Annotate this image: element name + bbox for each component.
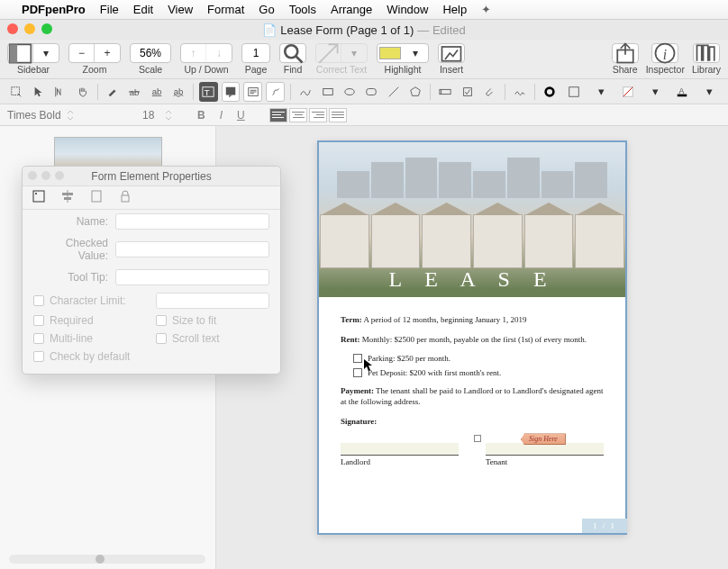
panel-tab-form[interactable] (32, 189, 46, 206)
pointer-tool[interactable] (29, 82, 47, 102)
align-justify[interactable] (329, 108, 347, 122)
zoom-button[interactable] (41, 23, 52, 34)
underline-button[interactable]: U (232, 109, 250, 122)
line-tool[interactable] (385, 82, 403, 102)
sidebar-toggle[interactable]: ▾ (7, 43, 59, 63)
tenant-signature-field[interactable] (486, 443, 604, 456)
sign-here-checkbox[interactable] (474, 435, 481, 442)
minimize-button[interactable] (24, 23, 35, 34)
default-check[interactable] (33, 351, 44, 362)
scale-value[interactable]: 56% (131, 47, 170, 59)
pet-text: Pet Deposit: $200 with first month's ren… (368, 368, 501, 377)
thumb-scrollbar[interactable] (9, 555, 205, 564)
font-size[interactable]: 18 (142, 109, 154, 122)
page-up-button[interactable]: ↑ (181, 44, 206, 62)
share-button[interactable] (613, 44, 638, 62)
chevron-down-icon[interactable]: ▾ (33, 44, 59, 62)
squiggly-tool[interactable]: ab (169, 82, 187, 102)
chevron-down-icon[interactable]: ▾ (403, 44, 428, 62)
shape-circle-icon[interactable] (541, 82, 559, 102)
highlight-tool[interactable] (104, 82, 122, 102)
underline-tool[interactable]: ab (147, 82, 165, 102)
multiline-check[interactable] (33, 333, 44, 344)
required-check[interactable] (33, 315, 44, 326)
chevron-down-icon[interactable]: ▾ (643, 82, 667, 102)
parking-checkbox[interactable] (353, 354, 362, 363)
link-tool[interactable] (266, 82, 285, 102)
charlimit-check[interactable] (33, 295, 44, 306)
zoom-in-button[interactable]: + (95, 44, 120, 62)
polygon-tool[interactable] (406, 82, 424, 102)
svg-line-25 (389, 86, 399, 96)
align-center[interactable] (289, 108, 307, 122)
strike-tool[interactable]: ab (125, 82, 143, 102)
page-down-button[interactable]: ↓ (206, 44, 232, 62)
label-zoom: Zoom (83, 64, 107, 75)
landlord-signature-field[interactable] (341, 443, 459, 456)
charlimit-field[interactable] (156, 293, 269, 309)
panel-zoom[interactable] (55, 171, 64, 180)
sign-here-flag[interactable]: Sign Here (521, 433, 566, 445)
script-menu-icon[interactable]: ✦ (481, 3, 491, 16)
menubar: PDFpenPro File Edit View Format Go Tools… (0, 0, 728, 20)
insert-button[interactable] (439, 44, 464, 62)
panel-close[interactable] (28, 171, 37, 180)
tooltip-field[interactable] (115, 269, 269, 285)
document-view[interactable]: L E A S E Term: A period of 12 months, b… (216, 126, 728, 569)
chevrons-icon[interactable] (163, 110, 174, 121)
checkbox-tool[interactable] (459, 82, 477, 102)
menu-edit[interactable]: Edit (133, 3, 153, 16)
panel-tab-align[interactable] (60, 189, 75, 206)
chevron-down-icon[interactable]: ▾ (697, 82, 721, 102)
correct-text-button[interactable] (316, 44, 341, 62)
text-box-tool[interactable]: T (199, 82, 217, 102)
rect-tool[interactable] (318, 82, 336, 102)
scrolltext-check[interactable] (156, 333, 167, 344)
align-left[interactable] (269, 108, 287, 122)
menu-format[interactable]: Format (207, 3, 244, 16)
menu-help[interactable]: Help (442, 3, 467, 16)
page-field[interactable]: 1 (242, 47, 269, 59)
panel-min[interactable] (41, 171, 50, 180)
name-field[interactable] (115, 213, 269, 230)
chevron-down-icon[interactable]: ▾ (341, 44, 367, 62)
menu-tools[interactable]: Tools (289, 3, 316, 16)
ellipse-tool[interactable] (341, 82, 359, 102)
roundrect-tool[interactable] (362, 82, 380, 102)
menu-arrange[interactable]: Arrange (331, 3, 372, 16)
library-button[interactable] (694, 44, 719, 62)
menu-view[interactable]: View (168, 3, 193, 16)
signature-tool[interactable] (510, 82, 528, 102)
inspector-button[interactable]: i (652, 44, 678, 62)
checkedval-field[interactable] (115, 241, 269, 257)
italic-button[interactable]: I (212, 109, 230, 122)
sizefit-check[interactable] (156, 315, 167, 326)
comment-tool[interactable] (243, 82, 262, 102)
note-tool[interactable] (222, 82, 241, 102)
app-menu[interactable]: PDFpenPro (22, 3, 86, 16)
close-button[interactable] (7, 23, 18, 34)
align-right[interactable] (309, 108, 327, 122)
attach-tool[interactable] (480, 82, 498, 102)
zoom-out-button[interactable]: − (69, 44, 95, 62)
pet-checkbox[interactable] (353, 368, 362, 377)
text-color[interactable]: A (670, 82, 694, 102)
panel-tab-lock[interactable] (118, 189, 132, 206)
bold-button[interactable]: B (192, 109, 210, 122)
find-button[interactable] (280, 44, 305, 62)
select-rect-tool[interactable] (7, 82, 25, 102)
outline-color[interactable] (562, 82, 586, 102)
menu-go[interactable]: Go (259, 3, 274, 16)
menu-window[interactable]: Window (387, 3, 428, 16)
highlight-button[interactable]: ▾ (377, 43, 429, 63)
menu-file[interactable]: File (100, 3, 119, 16)
textfield-tool[interactable] (436, 82, 454, 102)
chevrons-icon[interactable] (65, 110, 76, 121)
chevron-down-icon[interactable]: ▾ (589, 82, 613, 102)
font-name[interactable]: Times Bold (7, 109, 61, 122)
hand-tool[interactable] (73, 82, 91, 102)
fill-color[interactable] (616, 82, 640, 102)
textedit-tool[interactable] (51, 82, 69, 102)
panel-tab-page[interactable] (89, 189, 104, 206)
freehand-tool[interactable] (296, 82, 314, 102)
